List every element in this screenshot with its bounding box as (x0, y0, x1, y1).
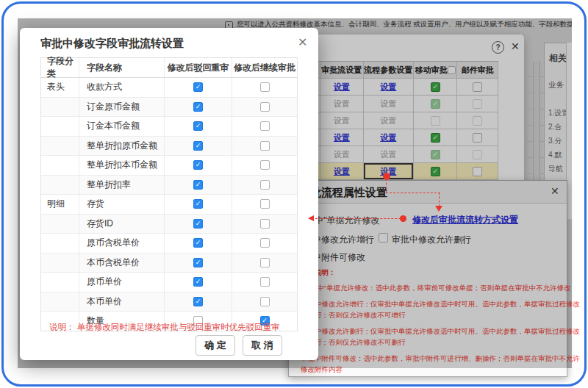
annotation-arrow-left (308, 215, 314, 221)
field-name-cell: 整单折扣率 (79, 176, 165, 195)
checkbox[interactable] (260, 141, 270, 151)
checkbox[interactable] (193, 277, 203, 287)
checkbox[interactable] (260, 121, 270, 131)
field-name-cell: 存货 (79, 195, 165, 214)
category-cell (41, 215, 79, 234)
category-cell (41, 137, 79, 156)
table-cell (165, 215, 232, 234)
table-cell (232, 156, 297, 175)
field-name-cell: 本币单价 (79, 292, 165, 312)
table-row: 本币单价 (41, 292, 297, 312)
annotation-arrow-down (435, 206, 442, 212)
checkbox[interactable] (260, 82, 270, 92)
table-cell (232, 98, 297, 117)
annotation-line (439, 193, 440, 206)
checkbox[interactable] (193, 141, 203, 151)
table-cell (232, 195, 297, 214)
table-cell (165, 292, 232, 312)
checkbox[interactable] (193, 199, 203, 209)
table-cell (232, 176, 297, 195)
checkbox[interactable] (260, 180, 270, 190)
checkbox[interactable] (193, 160, 203, 170)
table-cell (232, 254, 297, 273)
table-row: 原币含税单价 (41, 234, 297, 254)
category-cell (41, 156, 79, 175)
table-row: 整单折扣率 (41, 176, 297, 195)
checkbox[interactable] (193, 238, 203, 248)
table-cell (232, 292, 297, 312)
close-icon[interactable]: ✕ (298, 35, 307, 49)
category-cell (41, 254, 79, 273)
field-table: 字段分类字段名称修改后驳回重审修改后继续审批表头收款方式订金原币金额订金本币金额… (40, 57, 298, 331)
field-name-cell: 存货ID (79, 215, 165, 234)
category-cell (41, 117, 79, 136)
table-cell (165, 156, 232, 175)
table-row: 表头收款方式 (41, 78, 297, 98)
table-row: 订金本币金额 (41, 117, 297, 137)
table-cell (165, 137, 232, 156)
category-cell (41, 176, 79, 195)
checkbox[interactable] (193, 102, 203, 112)
category-cell: 表头 (41, 78, 79, 97)
table-cell (165, 117, 232, 136)
table-row: 存货ID (41, 215, 297, 234)
dialog-title: 审批中修改字段审批流转设置 (40, 37, 184, 51)
cancel-button[interactable]: 取 消 (243, 335, 282, 356)
checkbox[interactable] (193, 258, 203, 267)
table-row: 订金原币金额 (41, 98, 297, 118)
table-cell (165, 98, 232, 117)
table-row: 本币含税单价 (41, 254, 297, 273)
field-name-cell: 原币单价 (79, 273, 165, 292)
category-cell (41, 98, 79, 117)
checkbox[interactable] (260, 160, 270, 170)
table-cell (232, 215, 297, 234)
table-header-row: 字段分类字段名称修改后驳回重审修改后继续审批 (41, 58, 297, 78)
checkbox[interactable] (260, 258, 270, 267)
column-header: 字段名称 (79, 58, 165, 77)
checkbox[interactable] (193, 180, 203, 190)
category-cell: 明细 (41, 195, 79, 214)
table-cell (232, 78, 297, 97)
dialog-note: 说明： 单据修改同时满足继续审批与驳回重审时优先驳回重审 (49, 322, 280, 333)
field-flow-dialog: 审批中修改字段审批流转设置 ✕ 字段分类字段名称修改后驳回重审修改后继续审批表头… (20, 28, 318, 360)
table-cell (165, 176, 232, 195)
field-name-cell: 整单折扣本币金额 (79, 156, 165, 175)
annotation-line (315, 218, 401, 219)
category-cell (41, 292, 79, 312)
ok-button[interactable]: 确 定 (196, 335, 235, 356)
column-header: 修改后驳回重审 (165, 58, 232, 77)
field-name-cell: 本币含税单价 (79, 254, 165, 273)
checkbox[interactable] (193, 297, 203, 306)
annotation-line (386, 193, 440, 193)
table-cell (232, 137, 297, 156)
category-cell (41, 273, 79, 292)
annotation-dot (383, 173, 390, 180)
checkbox[interactable] (260, 102, 270, 112)
table-cell (165, 273, 232, 292)
checkbox[interactable] (260, 277, 270, 287)
table-cell (232, 234, 297, 253)
checkbox[interactable] (260, 219, 270, 229)
field-name-cell: 订金原币金额 (79, 98, 165, 117)
annotation-dot (400, 215, 406, 222)
field-name-cell: 整单折扣原币金额 (79, 137, 165, 156)
checkbox[interactable] (260, 238, 270, 248)
checkbox[interactable] (193, 121, 203, 131)
field-name-cell: 原币含税单价 (79, 234, 165, 253)
table-cell (165, 234, 232, 253)
column-header: 修改后继续审批 (232, 58, 297, 77)
annotation-line (386, 179, 387, 193)
table-cell (165, 195, 232, 214)
table-row: 整单折扣本币金额 (41, 156, 297, 176)
table-cell (232, 117, 297, 136)
column-header: 字段分类 (41, 58, 79, 77)
table-row: 原币单价 (41, 273, 297, 292)
checkbox[interactable] (260, 199, 270, 209)
checkbox[interactable] (260, 297, 270, 306)
table-cell (165, 254, 232, 273)
checkbox[interactable] (193, 219, 203, 229)
table-row: 明细存货 (41, 195, 297, 215)
category-cell (41, 234, 79, 253)
table-row: 整单折扣原币金额 (41, 137, 297, 157)
checkbox[interactable] (193, 82, 203, 92)
